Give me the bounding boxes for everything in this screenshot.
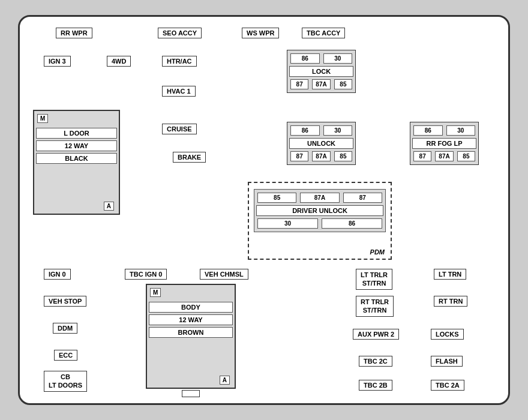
driver-unlock-relay: 85 87A 87 DRIVER UNLOCK 30 86 xyxy=(254,189,386,232)
4wd-label: 4WD xyxy=(107,56,131,67)
unlock-87: 87 xyxy=(290,151,308,161)
lock-87: 87 xyxy=(290,79,308,89)
lt-trn-label: LT TRN xyxy=(434,269,466,280)
htr-ac-label: HTR/AC xyxy=(162,56,197,67)
main-container: RR WPR SEO ACCY WS WPR TBC ACCY IGN 3 4W… xyxy=(18,15,510,405)
flash-label: FLASH xyxy=(431,356,463,367)
rr-fog-87a: 87A xyxy=(435,151,453,161)
cb-lt-doors-label: CB LT DOORS xyxy=(44,371,87,392)
body-inner: BODY xyxy=(149,302,233,313)
seo-accy-label: SEO ACCY xyxy=(158,28,202,38)
unlock-relay: 86 30 UNLOCK 87 87A 85 xyxy=(287,122,356,165)
du-87a: 87A xyxy=(300,193,339,203)
unlock-85: 85 xyxy=(334,151,352,161)
pdm-box: 85 87A 87 DRIVER UNLOCK 30 86 PDM xyxy=(248,182,392,260)
ws-wpr-label: WS WPR xyxy=(242,28,279,38)
l-door-inner: L DOOR xyxy=(36,128,117,139)
tbc-ign0-label: TBC IGN 0 xyxy=(125,269,167,280)
lt-trlr-label: LT TRLR ST/TRN xyxy=(356,269,392,290)
lock-86: 86 xyxy=(290,53,320,64)
brake-label: BRAKE xyxy=(173,152,206,163)
veh-stop-label: VEH STOP xyxy=(44,296,86,307)
12way-r-inner: 12 WAY xyxy=(149,314,233,325)
ign0-label: IGN 0 xyxy=(44,269,71,280)
lock-relay: 86 30 LOCK 87 87A 85 xyxy=(287,50,356,93)
ecc-label: ECC xyxy=(54,350,77,361)
tbc-accy-label: TBC ACCY xyxy=(302,28,345,38)
du-86: 86 xyxy=(322,218,382,229)
rt-trlr-label: RT TRLR ST/TRN xyxy=(356,296,394,317)
unlock-30: 30 xyxy=(323,125,353,136)
unlock-label: UNLOCK xyxy=(289,138,353,149)
lock-label: LOCK xyxy=(289,66,353,77)
right-connector: M BODY 12 WAY BROWN A xyxy=(146,284,236,389)
du-85: 85 xyxy=(257,193,296,203)
rr-fog-86: 86 xyxy=(413,125,443,136)
12way-inner: 12 WAY xyxy=(36,140,117,151)
rr-fog-85: 85 xyxy=(457,151,475,161)
rr-fog-relay: 86 30 RR FOG LP 87 87A 85 xyxy=(410,122,479,165)
brown-inner: BROWN xyxy=(149,327,233,338)
right-connector-m: M xyxy=(150,288,161,297)
cruise-label: CRUISE xyxy=(162,124,197,134)
black-inner: BLACK xyxy=(36,153,117,164)
locks-label: LOCKS xyxy=(431,329,464,340)
rr-fog-30: 30 xyxy=(446,125,476,136)
veh-chmsl-label: VEH CHMSL xyxy=(200,269,248,280)
lock-85: 85 xyxy=(334,79,352,89)
unlock-87a: 87A xyxy=(312,151,330,161)
du-87: 87 xyxy=(343,193,382,203)
tbc-2b-label: TBC 2B xyxy=(359,380,392,391)
driver-unlock-label: DRIVER UNLOCK xyxy=(256,205,383,216)
rr-fog-label: RR FOG LP xyxy=(412,138,476,149)
lock-87a: 87A xyxy=(312,79,330,89)
aux-pwr2-label: AUX PWR 2 xyxy=(353,329,399,340)
hvac1-label: HVAC 1 xyxy=(162,86,196,97)
rr-wpr-label: RR WPR xyxy=(56,28,92,38)
right-connector-a: A xyxy=(220,376,230,385)
rr-fog-87: 87 xyxy=(413,151,431,161)
unlock-86: 86 xyxy=(290,125,320,136)
connector-tab xyxy=(182,390,200,397)
tbc-2a-label: TBC 2A xyxy=(431,380,464,391)
du-30: 30 xyxy=(257,218,318,229)
left-connector-m: M xyxy=(37,114,48,123)
ign3-label: IGN 3 xyxy=(44,56,71,67)
ddm-label: DDM xyxy=(53,323,77,334)
pdm-label: PDM xyxy=(370,248,385,256)
tbc-2c-label: TBC 2C xyxy=(359,356,392,367)
left-connector-a: A xyxy=(104,202,114,211)
left-connector: M L DOOR 12 WAY BLACK A xyxy=(33,110,120,215)
rt-trn-label: RT TRN xyxy=(434,296,467,307)
lock-30: 30 xyxy=(323,53,353,64)
